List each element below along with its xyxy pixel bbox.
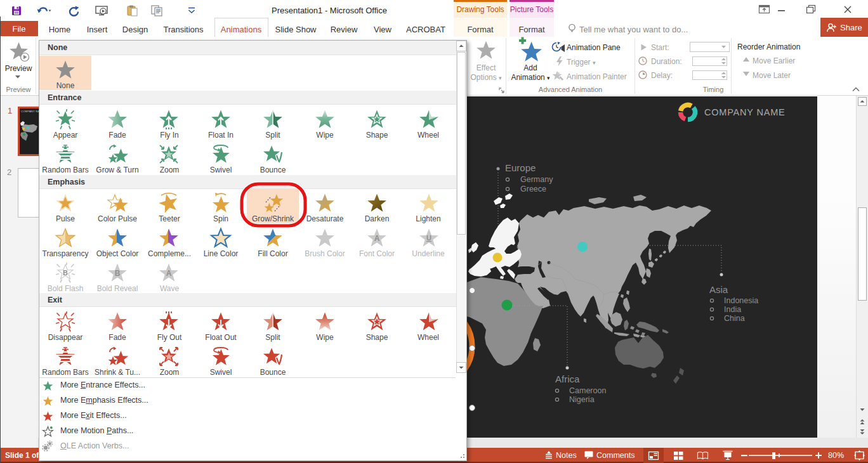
svg-text:B: B bbox=[115, 269, 121, 278]
svg-text:A: A bbox=[374, 234, 380, 243]
svg-text:Asia: Asia bbox=[709, 284, 728, 295]
svg-text:Africa: Africa bbox=[555, 374, 580, 384]
svg-text:B: B bbox=[63, 269, 68, 277]
svg-text:Cameroon: Cameroon bbox=[569, 386, 606, 395]
svg-text:Nigeria: Nigeria bbox=[569, 395, 595, 404]
svg-text:India: India bbox=[724, 305, 741, 314]
svg-text:Indonesia: Indonesia bbox=[724, 296, 758, 305]
svg-text:U: U bbox=[426, 234, 431, 242]
svg-text:A: A bbox=[166, 269, 172, 278]
svg-text:Greece: Greece bbox=[520, 185, 546, 193]
svg-text:COMPANY NAME: COMPANY NAME bbox=[704, 107, 786, 117]
svg-text:Germany: Germany bbox=[520, 175, 553, 184]
svg-text:China: China bbox=[724, 314, 745, 323]
svg-text:Europe: Europe bbox=[505, 162, 536, 173]
